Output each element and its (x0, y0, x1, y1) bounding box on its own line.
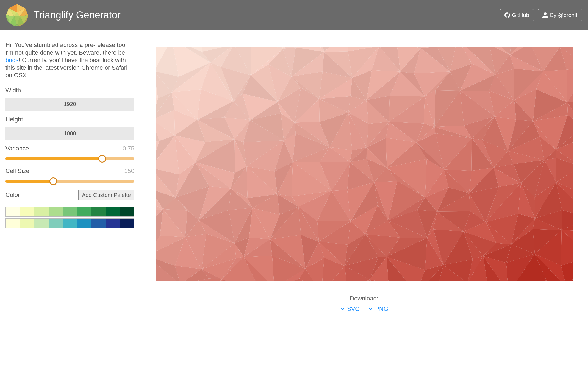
palette-swatch (63, 219, 77, 228)
palette-swatch (63, 207, 77, 216)
intro-before: Hi! You've stumbled across a pre-release… (5, 41, 127, 56)
palette-swatch (106, 207, 120, 216)
width-label: Width (5, 87, 134, 94)
palette-swatch (120, 207, 134, 216)
palette-swatch (77, 207, 91, 216)
palette-swatch (49, 219, 63, 228)
user-icon (542, 12, 548, 18)
app-title: Trianglify Generator (34, 9, 121, 21)
color-row: Color Add Custom Palette (5, 190, 134, 200)
palette-swatch (34, 219, 49, 228)
height-field: Height (5, 116, 134, 140)
palette-swatch (6, 219, 20, 228)
main-area: Hi! You've stumbled across a pre-release… (0, 30, 588, 368)
palette-swatch (49, 207, 63, 216)
cellsize-value: 150 (124, 168, 134, 175)
variance-row: Variance 0.75 (5, 145, 134, 152)
pattern-preview (156, 47, 573, 281)
app-logo (6, 4, 28, 26)
palette-swatch (20, 219, 34, 228)
download-svg-link[interactable]: SVG (340, 305, 360, 313)
variance-value: 0.75 (123, 145, 134, 152)
variance-slider[interactable] (5, 155, 134, 163)
github-label: GitHub (512, 12, 529, 18)
palette-swatch (6, 207, 20, 216)
intro-text: Hi! You've stumbled across a pre-release… (5, 41, 134, 79)
add-palette-button[interactable]: Add Custom Palette (78, 190, 134, 200)
height-input[interactable] (5, 127, 134, 140)
author-button[interactable]: By @qrohlf (538, 9, 582, 21)
palette-swatch (34, 207, 49, 216)
height-label: Height (5, 116, 134, 123)
palette-row[interactable] (5, 207, 134, 217)
github-icon (504, 12, 510, 18)
header-left: Trianglify Generator (6, 4, 121, 26)
color-label: Color (5, 191, 20, 199)
palette-swatch (120, 219, 134, 228)
palette-swatch (77, 219, 91, 228)
controls-sidebar: Hi! You've stumbled across a pre-release… (0, 30, 140, 368)
github-button[interactable]: GitHub (500, 9, 534, 21)
palette-swatch (91, 207, 106, 216)
download-label: Download: (340, 295, 388, 302)
download-png-label: PNG (375, 305, 388, 313)
intro-after: ! Currently, you'll have the best luck w… (5, 57, 127, 79)
download-section: Download: SVG PNG (340, 295, 388, 313)
palette-row[interactable] (5, 218, 134, 228)
width-input[interactable] (5, 98, 134, 111)
download-icon (340, 306, 345, 312)
palette-swatch (91, 219, 106, 228)
preview-area: Download: SVG PNG (140, 30, 588, 368)
header-right: GitHub By @qrohlf (500, 9, 582, 21)
variance-label: Variance (5, 145, 29, 152)
cellsize-row: Cell Size 150 (5, 168, 134, 175)
width-field: Width (5, 87, 134, 111)
download-icon (368, 306, 373, 312)
palette-list (5, 207, 134, 228)
download-png-link[interactable]: PNG (368, 305, 388, 313)
palette-swatch (106, 219, 120, 228)
cellsize-slider[interactable] (5, 177, 134, 185)
cellsize-label: Cell Size (5, 168, 29, 175)
palette-swatch (20, 207, 34, 216)
download-svg-label: SVG (347, 305, 360, 313)
bugs-link[interactable]: bugs (5, 57, 19, 63)
author-label: By @qrohlf (550, 12, 577, 18)
app-header: Trianglify Generator GitHub By @qrohlf (0, 0, 588, 30)
